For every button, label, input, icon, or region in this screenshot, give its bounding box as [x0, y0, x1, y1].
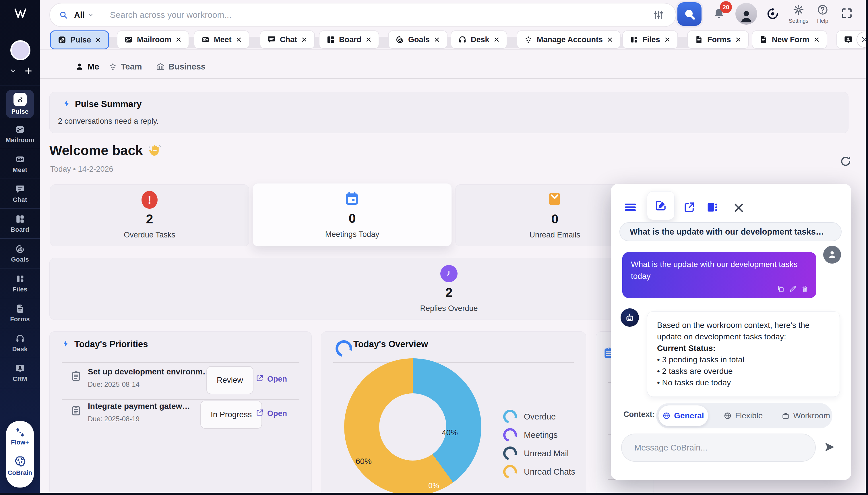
copy-icon[interactable] [777, 285, 785, 293]
global-search-bar[interactable]: All [49, 3, 676, 27]
legend-label: Meetings [524, 430, 558, 440]
tab-new-form[interactable]: New Form [752, 31, 827, 49]
todays-overview-card: Today's Overview 40% 60% 0% Overdue Meet… [321, 331, 586, 495]
cobrain-brain-icon[interactable] [14, 455, 27, 468]
tab-pulse[interactable]: Pulse [50, 31, 109, 49]
tab-chat[interactable]: Chat [260, 31, 315, 49]
close-tab-icon[interactable] [175, 36, 182, 43]
settings-gear-icon[interactable] [793, 4, 804, 16]
panel-layout-icon[interactable] [706, 201, 719, 214]
task-open-link[interactable]: Open [267, 409, 287, 418]
assistant-bullet: • 3 pending tasks in total [657, 354, 830, 365]
scope-tab-business[interactable]: Business [156, 58, 206, 75]
close-tab-icon[interactable] [664, 36, 671, 43]
tab-board[interactable]: Board [319, 31, 379, 49]
close-panel-icon[interactable] [732, 202, 745, 214]
send-icon[interactable] [823, 441, 836, 454]
task-status-button[interactable]: In Progress [201, 400, 262, 429]
sidebar-item-chat[interactable]: Chat [0, 178, 40, 209]
close-tab-icon[interactable] [735, 36, 742, 43]
tab-desk[interactable]: Desk [451, 31, 507, 49]
task-open-link[interactable]: Open [267, 375, 287, 383]
close-tab-icon[interactable] [365, 36, 372, 43]
close-tab-icon[interactable] [814, 36, 820, 43]
sidebar-item-forms[interactable]: Forms [0, 298, 40, 328]
flow-label[interactable]: Flow+ [6, 439, 34, 446]
close-tab-icon[interactable] [607, 36, 613, 43]
globe-icon [662, 412, 671, 420]
stat-card-meetings-today[interactable]: 0 Meetings Today [253, 183, 452, 246]
context-option-workroom[interactable]: Workroom [782, 411, 830, 420]
tab-forms[interactable]: Forms [687, 31, 749, 49]
conversation-title-pill[interactable]: What is the update with our development … [620, 222, 841, 241]
close-tab-icon[interactable] [493, 36, 500, 43]
context-option-flexible[interactable]: Flexible [724, 411, 763, 420]
donut-slice-label-overdue: 40% [442, 428, 458, 437]
workspace-switcher-chevron-icon[interactable] [10, 67, 17, 75]
task-status-button[interactable]: Review [206, 366, 254, 394]
edit-pencil-icon[interactable] [789, 285, 797, 293]
sidebar-item-desk[interactable]: Desk [0, 328, 40, 358]
legend-item-overdue: Overdue [503, 410, 556, 423]
forms-document-icon [15, 304, 25, 313]
user-avatar[interactable] [735, 3, 757, 25]
tab-files[interactable]: Files [622, 31, 678, 49]
flow-route-icon[interactable] [15, 427, 25, 438]
message-input[interactable] [634, 443, 803, 453]
tab-manage-accounts[interactable]: Manage Accounts [517, 31, 621, 49]
sidebar-item-mailroom[interactable]: Mailroom [0, 119, 40, 149]
sync-history-icon[interactable] [766, 7, 780, 21]
tab-goals[interactable]: Goals [388, 31, 448, 49]
clipboard-icon [70, 370, 82, 381]
tab-label: Chat [280, 35, 297, 44]
help-label[interactable]: Help [811, 18, 834, 24]
search-button-icon [683, 8, 696, 20]
context-option-label: Flexible [735, 411, 763, 420]
sidebar-item-pulse[interactable]: Pulse [0, 89, 40, 119]
sidebar-item-meet[interactable]: Meet [0, 149, 40, 179]
help-icon[interactable] [817, 4, 828, 16]
tab-label: Meet [214, 35, 232, 44]
workspace-avatar[interactable] [10, 40, 31, 60]
search-scope-dropdown[interactable]: All [74, 10, 85, 20]
tab-mailroom[interactable]: Mailroom [117, 31, 189, 49]
user-chat-avatar [823, 246, 841, 263]
person-icon [75, 62, 84, 71]
close-tab-icon[interactable] [236, 36, 242, 43]
forms-document-icon [759, 35, 768, 44]
close-tab-icon[interactable] [95, 37, 101, 43]
scope-tab-team[interactable]: Team [108, 58, 142, 75]
workroom-logo-icon[interactable] [14, 6, 27, 20]
scope-chevron-down-icon[interactable] [88, 12, 94, 18]
search-input[interactable] [109, 10, 653, 20]
search-submit-button[interactable] [677, 2, 701, 26]
sidebar-item-crm[interactable]: CRM [0, 358, 40, 388]
close-tab-icon[interactable] [301, 36, 308, 43]
sidebar-item-board[interactable]: Board [0, 208, 40, 239]
stat-value: 2 [50, 211, 249, 226]
refresh-icon[interactable] [839, 155, 852, 168]
add-workspace-icon[interactable] [24, 67, 33, 75]
open-external-icon[interactable] [256, 409, 264, 416]
sidebar-item-goals[interactable]: Goals [0, 238, 40, 269]
tab-meet[interactable]: Meet [194, 31, 249, 49]
delete-trash-icon[interactable] [801, 285, 809, 293]
sidebar-item-label: Meet [13, 166, 27, 174]
window-bottom-edge [0, 493, 868, 495]
new-chat-button[interactable] [647, 191, 675, 220]
open-external-icon[interactable] [256, 374, 264, 382]
settings-label[interactable]: Settings [784, 18, 813, 24]
close-tab-icon[interactable] [434, 36, 440, 43]
context-option-general[interactable]: General [658, 406, 708, 426]
menu-hamburger-icon[interactable] [623, 200, 637, 214]
sidebar-item-files[interactable]: Files [0, 268, 40, 298]
fullscreen-expand-icon[interactable] [840, 7, 853, 19]
cobrain-label[interactable]: CoBrain [6, 469, 34, 477]
open-in-new-icon[interactable] [683, 201, 696, 214]
scope-tab-me[interactable]: Me [75, 58, 99, 75]
stat-card-overdue-tasks[interactable]: ! 2 Overdue Tasks [50, 184, 249, 246]
search-filters-sliders-icon[interactable] [653, 9, 664, 21]
robot-icon [624, 312, 636, 323]
stat-label: Meetings Today [253, 230, 452, 239]
tab-partial[interactable]: W [836, 31, 868, 49]
